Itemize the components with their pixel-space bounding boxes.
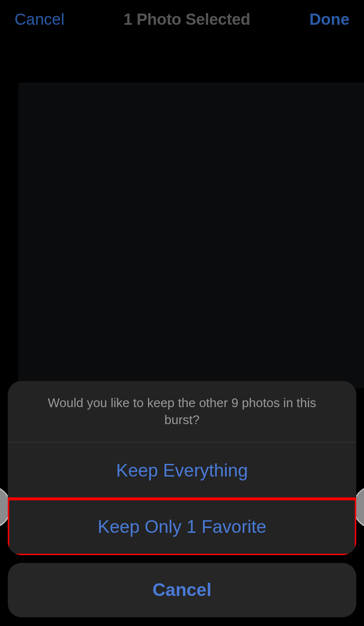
cancel-button[interactable]: Cancel xyxy=(15,10,65,29)
action-sheet: Would you like to keep the other 9 photo… xyxy=(0,381,364,626)
done-button[interactable]: Done xyxy=(310,10,350,29)
nav-bar: Cancel 1 Photo Selected Done xyxy=(0,0,364,39)
action-sheet-cancel-group: Cancel xyxy=(8,563,356,617)
action-sheet-message: Would you like to keep the other 9 photo… xyxy=(8,381,356,443)
action-sheet-cancel-button[interactable]: Cancel xyxy=(8,563,356,617)
page-title: 1 Photo Selected xyxy=(124,10,250,29)
action-sheet-group: Would you like to keep the other 9 photo… xyxy=(8,381,356,555)
keep-everything-button[interactable]: Keep Everything xyxy=(8,443,356,499)
keep-only-favorite-button[interactable]: Keep Only 1 Favorite xyxy=(8,499,356,555)
photo-preview[interactable] xyxy=(18,82,364,388)
